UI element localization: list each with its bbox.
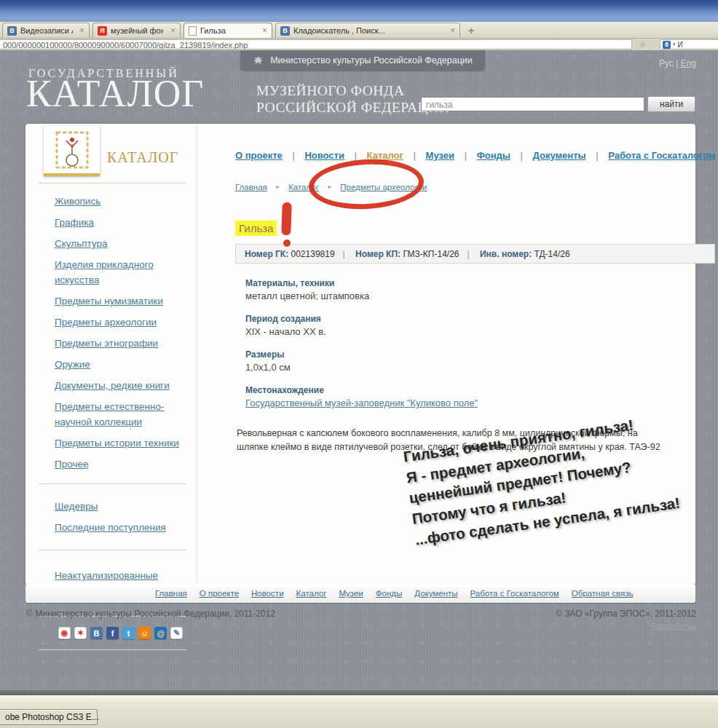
lang-rus[interactable]: Рус <box>659 58 681 68</box>
facebook-icon[interactable]: f <box>106 627 119 639</box>
bookmark-star-icon[interactable]: ★ <box>638 39 647 50</box>
nav-link[interactable]: Документы <box>533 150 586 161</box>
nav-item[interactable]: О проекте <box>235 150 285 161</box>
footer-link[interactable]: Фонды <box>376 589 402 598</box>
footer-link[interactable]: Музеи <box>339 589 363 598</box>
liveinternet-icon[interactable]: ◉ <box>58 627 71 639</box>
sidebar-link[interactable]: Прочее <box>55 459 88 470</box>
nav-link[interactable]: Фонды <box>477 150 510 161</box>
sidebar-item[interactable]: Графика <box>55 215 182 230</box>
nav-item[interactable]: Работа с Госкаталогом <box>588 150 715 161</box>
vk-favicon: В <box>280 26 290 36</box>
window-bottom-edge <box>0 690 718 695</box>
vk-icon[interactable]: В <box>90 627 103 639</box>
yandex-favicon: Я <box>98 26 107 36</box>
sidebar-link[interactable]: Шедевры <box>55 501 98 512</box>
nav-item[interactable]: Музеи <box>406 150 457 161</box>
sidebar-link[interactable]: Предметы истории техники <box>55 438 179 448</box>
sidebar-item[interactable]: Предметы археологии <box>55 314 182 330</box>
divider <box>39 483 186 484</box>
pen-icon[interactable]: ✎ <box>170 627 183 639</box>
taskbar-button-photoshop[interactable]: obe Photoshop CS3 E... <box>0 709 98 725</box>
twitter-icon[interactable]: t <box>122 627 135 639</box>
browser-tab[interactable]: В Кладоискатель , Поиск... × <box>275 23 460 38</box>
nav-item[interactable]: Документы <box>513 150 589 161</box>
tab-close-icon[interactable]: × <box>170 25 175 36</box>
sidebar-link[interactable]: Оружие <box>55 359 90 370</box>
sidebar-item[interactable]: Предметы этнографии <box>55 336 182 351</box>
browser-tab[interactable]: Я музейный фонд россий... × <box>92 23 181 38</box>
browser-tab[interactable]: В Видеозаписи Алексея Т... × <box>2 23 90 38</box>
site-search-button[interactable]: найти <box>647 96 695 112</box>
figure-on-wheel-icon <box>54 130 90 170</box>
sidebar-item[interactable]: Скульптура <box>55 236 182 251</box>
tab-close-icon[interactable]: × <box>79 25 84 36</box>
sidebar-link[interactable]: Скульптура <box>55 238 107 249</box>
vk-favicon: В <box>7 26 17 36</box>
tab-title: Кладоискатель , Поиск... <box>293 26 443 35</box>
page-title: Гильза <box>235 221 277 236</box>
sidebar-link[interactable]: Предметы этнографии <box>55 338 158 349</box>
nav-link[interactable]: Музеи <box>426 150 454 161</box>
record-number: Инв. номер: ТД-14/26 <box>459 249 570 259</box>
url-input[interactable]: 000/000000100000/8000090000/60007000/gil… <box>0 39 632 50</box>
sidebar-item[interactable]: Прочее <box>55 456 182 472</box>
nav-link[interactable]: Новости <box>304 150 344 161</box>
footer-link[interactable]: Документы <box>414 589 457 598</box>
livejournal-icon[interactable]: ✶ <box>74 627 87 639</box>
footer-link[interactable]: Новости <box>251 589 284 598</box>
developer-link[interactable]: Разработка <box>556 622 696 630</box>
sidebar-link[interactable]: Живопись <box>55 196 100 207</box>
sidebar-link[interactable]: Изделия прикладного искусства <box>55 259 154 285</box>
sidebar-item[interactable]: Оружие <box>55 357 182 372</box>
sidebar-link[interactable]: Документы, редкие книги <box>55 380 170 391</box>
sidebar-link[interactable]: Предметы археологии <box>55 317 157 328</box>
footer-link[interactable]: Работа с Госкаталогом <box>470 589 559 598</box>
field-value[interactable]: Государственный музей-заповедник "Кулико… <box>245 397 715 408</box>
record-number: Номер ГК: 002139819 <box>245 249 335 259</box>
new-tab-button[interactable]: + <box>463 24 479 37</box>
sidebar-item[interactable]: Изделия прикладного искусства <box>55 257 182 288</box>
odnoklassniki-icon[interactable]: ☺ <box>138 627 151 639</box>
browser-tab[interactable]: Гильза × <box>184 23 272 38</box>
sidebar-link[interactable]: Предметы нумизматики <box>55 296 163 306</box>
moimir-icon[interactable]: @ <box>154 627 167 639</box>
record-numbers-bar: Номер ГК: 002139819 Номер КП: ГМЗ-КП-14/… <box>235 244 715 264</box>
sidebar-item[interactable]: Документы, редкие книги <box>55 378 182 393</box>
field-value: металл цветной; штамповка <box>245 290 715 301</box>
record-field: Размеры 1,0х1,0 см <box>245 349 715 373</box>
record-field: Период создания XIX - начало XX в. <box>245 314 715 337</box>
sidebar-item[interactable]: Предметы естественно-научной коллекции <box>55 399 182 430</box>
footer-link[interactable]: Каталог <box>296 589 327 598</box>
record-number-value: ТД-14/26 <box>532 249 569 259</box>
search-engine-icon[interactable]: 8 <box>663 41 671 49</box>
footer-link[interactable]: Обратная связь <box>572 589 634 598</box>
sidebar-item[interactable]: Последние поступления <box>55 520 182 535</box>
sidebar-item[interactable]: Живопись <box>55 194 182 209</box>
nav-item[interactable]: Фонды <box>457 150 513 161</box>
sidebar-item[interactable]: Шедевры <box>55 499 182 514</box>
browser-search-box[interactable]: 8 ▾ И <box>660 39 718 50</box>
nav-link[interactable]: О проекте <box>235 150 283 161</box>
sidebar-link[interactable]: Предметы естественно-научной коллекции <box>55 401 164 427</box>
field-label: Материалы, техники <box>245 278 715 288</box>
nav-item[interactable]: Новости <box>285 150 347 161</box>
search-engine-caret-icon[interactable]: ▾ <box>673 41 676 47</box>
ministry-banner[interactable]: Министерство культуры Российской Федерац… <box>240 50 485 71</box>
breadcrumb-link[interactable]: Главная <box>235 183 267 191</box>
nav-link[interactable]: Работа с Госкаталогом <box>608 150 715 161</box>
tab-close-icon[interactable]: × <box>262 25 267 36</box>
sidebar-item[interactable]: Предметы нумизматики <box>55 293 182 309</box>
sidebar-item[interactable]: Предметы истории техники <box>55 435 182 451</box>
breadcrumb-item[interactable]: Главная <box>235 183 269 191</box>
catalog-emblem <box>44 126 100 176</box>
site-search-input[interactable]: гильза <box>421 97 644 111</box>
sidebar-link[interactable]: Графика <box>55 217 94 228</box>
footer-link[interactable]: О проекте <box>200 589 239 598</box>
tab-close-icon[interactable]: × <box>450 25 455 36</box>
footer-link[interactable]: Главная <box>155 589 187 598</box>
record-number-label: Инв. номер: <box>480 249 532 259</box>
lang-eng[interactable]: Eng <box>681 58 696 68</box>
sidebar-link[interactable]: Последние поступления <box>55 522 166 533</box>
page-favicon <box>189 26 197 36</box>
